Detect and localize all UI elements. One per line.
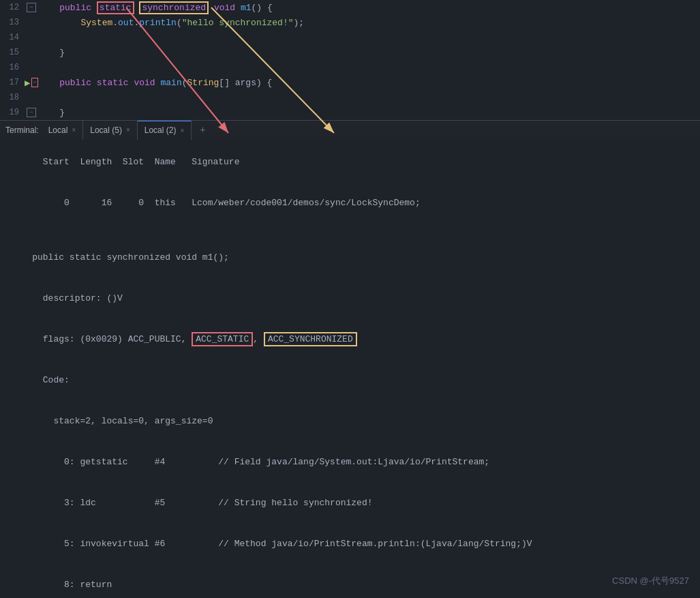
terminal-method1-desc: descriptor: ()V — [11, 278, 689, 319]
terminal-stack-info: stack=2, locals=0, args_size=0 — [11, 401, 689, 442]
tab-local-2-close[interactable]: × — [180, 127, 184, 134]
plain: ( — [182, 78, 187, 88]
tab-local-label: Local — [48, 125, 68, 135]
terminal-blank1 — [11, 224, 689, 237]
code-content-15: } — [38, 48, 700, 58]
code-content-12: public static synchronized void m1() { — [38, 3, 700, 13]
keyword-static: static — [97, 1, 134, 14]
code-line-18: 18 — [0, 90, 700, 105]
terminal-method1-sig: public static synchronized void m1(); — [11, 237, 689, 278]
keyword-synchronized: synchronized — [139, 1, 209, 14]
tab-local-5-label: Local (5) — [90, 125, 122, 135]
code-content-19: } — [38, 108, 700, 118]
terminal-instr-0: 0: getstatic #4 // Field java/lang/Syste… — [11, 442, 689, 483]
terminal-header-vals: 0 16 0 this Lcom/weber/code001/demos/syn… — [11, 183, 689, 224]
kw-public: public — [59, 3, 91, 13]
plain: ( — [177, 18, 182, 28]
tab-local-5-close[interactable]: × — [126, 126, 130, 134]
kw-public-2: public — [59, 78, 91, 88]
brace-close-2: } — [59, 108, 65, 118]
fn-println: println — [139, 18, 177, 28]
fold-icon-17[interactable]: − — [31, 78, 38, 87]
terminal-instr-8: 8: return — [11, 565, 689, 598]
code-line-12: 12 − public static synchronized void m1(… — [0, 0, 700, 15]
tab-local[interactable]: Local × — [42, 121, 84, 140]
terminal-label: Terminal: — [5, 125, 39, 135]
gutter-17: ▶ − — [25, 77, 38, 89]
plain: () { — [252, 3, 273, 13]
tab-local-2-label: Local (2) — [144, 125, 177, 135]
code-line-15: 15 } — [0, 45, 700, 60]
fold-icon-19[interactable]: − — [27, 108, 36, 117]
acc-synchronized-box: ACC_SYNCHRONIZED — [264, 332, 357, 346]
line-num-14: 14 — [3, 33, 25, 42]
fold-icon-12[interactable]: − — [27, 3, 36, 12]
plain: ); — [294, 18, 305, 28]
plain: . — [112, 18, 118, 28]
kw-static-2: static — [97, 78, 129, 88]
plain: [] args) { — [219, 78, 272, 88]
fn-main: main — [161, 78, 182, 88]
code-line-19: 19 − } — [0, 105, 700, 120]
tab-local-2[interactable]: Local (2) × — [138, 121, 192, 140]
debug-arrow-icon: ▶ — [25, 77, 30, 89]
line-num-15: 15 — [3, 48, 25, 57]
code-content-13: System.out.println("hello synchronized!"… — [38, 18, 700, 28]
watermark: CSDN @-代号9527 — [612, 575, 689, 587]
terminal-output: Start Length Slot Name Signature 0 16 0 … — [0, 139, 700, 598]
fn-out: out — [118, 18, 134, 28]
line-num-13: 13 — [3, 18, 25, 27]
terminal-header-cols: Start Length Slot Name Signature — [11, 142, 689, 183]
gutter-12: − — [25, 3, 38, 12]
terminal-code-label: Code: — [11, 360, 689, 401]
line-num-12: 12 — [3, 3, 25, 12]
code-line-17: 17 ▶ − public static void main(String[] … — [0, 75, 700, 90]
brace-close: } — [59, 48, 65, 58]
type-string: String — [187, 78, 219, 88]
line-num-19: 19 — [3, 108, 25, 117]
editor-area: 12 − public static synchronized void m1(… — [0, 0, 700, 120]
code-line-16: 16 — [0, 60, 700, 75]
line-num-17: 17 — [3, 78, 25, 87]
acc-static-box: ACC_STATIC — [192, 332, 253, 346]
string-hello: "hello synchronized!" — [182, 18, 294, 28]
line-num-18: 18 — [3, 93, 25, 102]
tab-local-5[interactable]: Local (5) × — [83, 121, 138, 140]
gutter-19: − — [25, 108, 38, 117]
type-system: System — [80, 18, 112, 28]
tab-local-close[interactable]: × — [72, 126, 76, 134]
kw-void: void — [214, 3, 235, 13]
kw-void-2: void — [134, 78, 155, 88]
code-line-13: 13 System.out.println("hello synchronize… — [0, 15, 700, 30]
terminal-tabs: Terminal: Local × Local (5) × Local (2) … — [0, 120, 700, 139]
fn-m1: m1 — [241, 3, 252, 13]
terminal-flags-line: flags: (0x0029) ACC_PUBLIC, ACC_STATIC, … — [11, 319, 689, 360]
terminal-instr-5: 5: invokevirtual #6 // Method java/io/Pr… — [11, 524, 689, 565]
new-tab-button[interactable]: + — [196, 125, 209, 136]
terminal-instr-3: 3: ldc #5 // String hello synchronized! — [11, 483, 689, 524]
code-editor: 12 − public static synchronized void m1(… — [0, 0, 700, 120]
line-num-16: 16 — [3, 63, 25, 72]
code-content-17: public static void main(String[] args) { — [38, 78, 700, 88]
code-line-14: 14 — [0, 30, 700, 45]
